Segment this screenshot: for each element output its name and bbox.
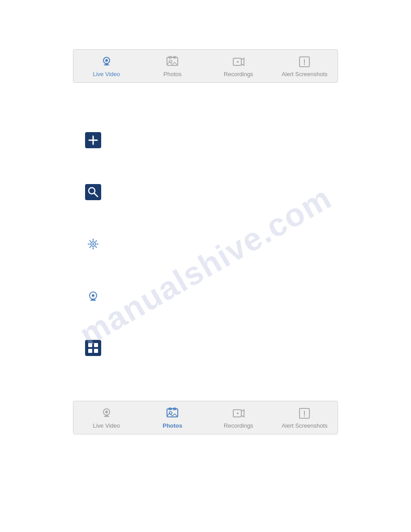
tab-alert-screenshots-bottom[interactable]: Alert Screenshots: [272, 406, 338, 429]
svg-rect-41: [105, 415, 108, 416]
add-icon[interactable]: [85, 132, 101, 148]
svg-point-47: [237, 412, 239, 414]
tab-recordings-top[interactable]: Recordings: [206, 55, 272, 77]
tab-live-video-bottom-label: Live Video: [93, 422, 120, 429]
tab-live-video-top-label: Live Video: [93, 71, 120, 77]
tab-recordings-bottom-label: Recordings: [224, 422, 253, 429]
camera-icon[interactable]: [85, 288, 101, 304]
tab-alert-screenshots-bottom-label: Alert Screenshots: [282, 422, 328, 429]
gear-icon[interactable]: [85, 236, 101, 252]
grid-icon[interactable]: [85, 340, 101, 356]
svg-line-27: [95, 241, 96, 242]
tab-photos-top[interactable]: Photos: [140, 55, 206, 77]
svg-rect-33: [85, 340, 101, 356]
svg-point-30: [92, 294, 94, 297]
svg-point-12: [304, 64, 305, 65]
top-toolbar: Live Video Photos Recordings Alert Scree…: [73, 49, 338, 83]
svg-line-26: [95, 246, 96, 247]
sidebar: [85, 132, 101, 356]
tab-photos-top-label: Photos: [163, 71, 181, 77]
svg-rect-34: [88, 343, 92, 347]
svg-rect-31: [90, 300, 96, 301]
tab-photos-bottom[interactable]: Photos: [140, 406, 206, 429]
svg-point-50: [304, 416, 305, 416]
svg-rect-40: [104, 416, 109, 417]
svg-rect-16: [85, 184, 101, 200]
search-icon[interactable]: [85, 184, 101, 200]
svg-rect-32: [92, 299, 95, 300]
svg-rect-3: [105, 64, 108, 64]
svg-point-9: [237, 61, 239, 63]
tab-alert-screenshots-top-label: Alert Screenshots: [282, 71, 328, 77]
tab-alert-screenshots-top[interactable]: Alert Screenshots: [272, 55, 338, 77]
tab-live-video-bottom[interactable]: Live Video: [73, 406, 140, 429]
svg-line-28: [90, 246, 91, 247]
tab-live-video-top[interactable]: Live Video: [73, 55, 140, 77]
svg-rect-36: [88, 349, 92, 353]
watermark: manualshive.com: [73, 179, 338, 353]
bottom-toolbar: Live Video Photos Recordings Alert Scree…: [73, 401, 338, 434]
tab-recordings-top-label: Recordings: [224, 71, 253, 77]
svg-line-25: [90, 241, 91, 242]
svg-point-20: [92, 243, 94, 245]
svg-point-39: [105, 411, 108, 413]
svg-rect-37: [94, 349, 98, 353]
svg-rect-2: [104, 64, 109, 65]
tab-recordings-bottom[interactable]: Recordings: [206, 406, 272, 429]
svg-point-1: [105, 59, 108, 62]
svg-rect-35: [94, 343, 98, 347]
tab-photos-bottom-label: Photos: [163, 422, 182, 429]
